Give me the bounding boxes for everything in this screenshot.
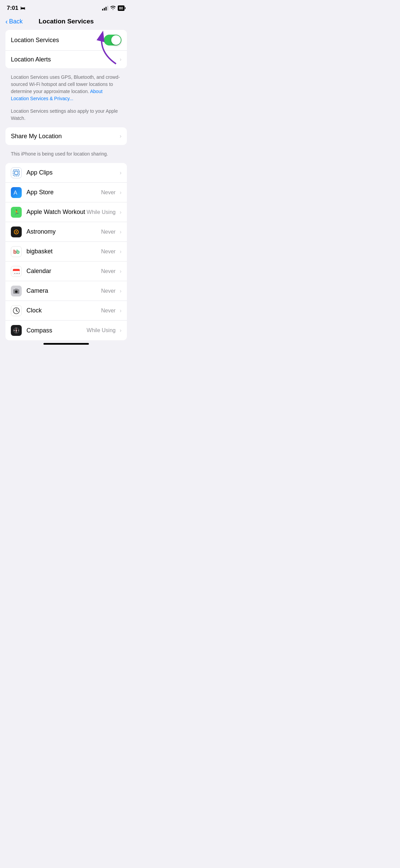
location-alerts-chevron: › bbox=[120, 56, 121, 62]
app-icon-camera bbox=[11, 286, 22, 296]
app-row[interactable]: bbbigbasketNever› bbox=[5, 242, 127, 261]
svg-point-15 bbox=[16, 291, 17, 292]
app-row[interactable]: 🏃Apple Watch WorkoutWhile Using› bbox=[5, 202, 127, 222]
app-permission-value: Never bbox=[101, 229, 116, 235]
share-my-location-row[interactable]: Share My Location › bbox=[5, 127, 127, 145]
svg-text:• • • •: • • • • bbox=[14, 272, 20, 274]
status-icons: 80 bbox=[102, 5, 126, 11]
back-label: Back bbox=[9, 18, 23, 25]
app-icon-clock bbox=[11, 305, 22, 316]
app-name: Astronomy bbox=[26, 228, 101, 235]
svg-text:W: W bbox=[14, 329, 15, 331]
svg-text:A: A bbox=[14, 190, 17, 196]
svg-text:b: b bbox=[16, 249, 20, 255]
app-icon-apple-watch: 🏃 bbox=[11, 207, 22, 218]
location-alerts-label: Location Alerts bbox=[11, 56, 51, 63]
app-row-right: Never› bbox=[101, 308, 121, 314]
app-icon-bigbasket: bb bbox=[11, 246, 22, 257]
app-row-chevron: › bbox=[120, 308, 121, 314]
share-my-location-label: Share My Location bbox=[11, 133, 62, 140]
app-row-chevron: › bbox=[120, 288, 121, 294]
app-row-right: › bbox=[120, 170, 121, 176]
app-name: Compass bbox=[26, 327, 87, 334]
share-location-card: Share My Location › bbox=[5, 127, 127, 145]
app-row-right: While Using› bbox=[87, 327, 121, 333]
page-title: Location Services bbox=[39, 18, 94, 25]
wifi-icon bbox=[110, 5, 116, 11]
location-services-label: Location Services bbox=[11, 37, 59, 44]
app-icon-app-clips bbox=[11, 167, 22, 178]
app-row-right: Never› bbox=[101, 189, 121, 196]
apple-watch-info-text: Location Services settings also apply to… bbox=[0, 108, 132, 127]
app-permission-value: Never bbox=[101, 268, 116, 274]
location-services-card: Location Services Location Alerts › bbox=[5, 30, 127, 68]
location-info-text: Location Services uses GPS, Bluetooth, a… bbox=[0, 71, 132, 108]
app-permission-value: Never bbox=[101, 288, 116, 294]
location-services-row[interactable]: Location Services bbox=[5, 30, 127, 51]
app-name: bigbasket bbox=[26, 248, 101, 255]
app-row[interactable]: AApp StoreNever› bbox=[5, 183, 127, 202]
sleep-icon: 🛏 bbox=[20, 5, 25, 11]
app-row-right: Never› bbox=[101, 229, 121, 235]
app-permission-value: Never bbox=[101, 189, 116, 196]
svg-text:🏃: 🏃 bbox=[14, 210, 20, 215]
app-permission-value: While Using bbox=[87, 209, 115, 215]
app-name: Apple Watch Workout bbox=[26, 209, 87, 216]
share-location-chevron: › bbox=[120, 133, 121, 139]
app-icon-astronomy bbox=[11, 227, 22, 237]
status-bar: 7:01 🛏 80 bbox=[0, 0, 132, 14]
app-permission-value: Never bbox=[101, 308, 116, 314]
svg-rect-1 bbox=[13, 170, 19, 176]
app-row-chevron: › bbox=[120, 189, 121, 196]
app-row-chevron: › bbox=[120, 170, 121, 176]
svg-rect-16 bbox=[15, 289, 18, 290]
signal-icon bbox=[102, 6, 108, 11]
app-name: Clock bbox=[26, 307, 101, 314]
app-list-card: App Clips›AApp StoreNever›🏃Apple Watch W… bbox=[5, 163, 127, 340]
app-permission-value: Never bbox=[101, 249, 116, 255]
app-row-chevron: › bbox=[120, 209, 121, 215]
battery-icon: 80 bbox=[118, 5, 126, 11]
app-name: App Clips bbox=[26, 169, 120, 176]
app-row[interactable]: ClockNever› bbox=[5, 301, 127, 321]
app-row-right: While Using› bbox=[87, 209, 121, 215]
app-row-right: Never› bbox=[101, 268, 121, 274]
app-icon-calendar: • • • • bbox=[11, 266, 22, 277]
app-name: Camera bbox=[26, 287, 101, 294]
share-info-text: This iPhone is being used for location s… bbox=[0, 148, 132, 163]
app-row[interactable]: AstronomyNever› bbox=[5, 222, 127, 242]
app-row-chevron: › bbox=[120, 229, 121, 235]
app-row-chevron: › bbox=[120, 327, 121, 333]
app-row[interactable]: NSWECompassWhile Using› bbox=[5, 321, 127, 340]
app-name: App Store bbox=[26, 189, 101, 196]
home-indicator bbox=[43, 343, 89, 345]
svg-point-6 bbox=[16, 231, 17, 233]
svg-rect-11 bbox=[13, 270, 20, 271]
share-location-right: › bbox=[120, 133, 121, 139]
app-icon-compass: NSWE bbox=[11, 325, 22, 336]
app-row[interactable]: App Clips› bbox=[5, 163, 127, 183]
location-alerts-right: › bbox=[120, 56, 121, 62]
location-alerts-row[interactable]: Location Alerts › bbox=[5, 51, 127, 68]
app-row-right: Never› bbox=[101, 288, 121, 294]
app-permission-value: While Using bbox=[87, 327, 115, 333]
back-chevron-icon: ‹ bbox=[5, 18, 8, 25]
app-row[interactable]: CameraNever› bbox=[5, 281, 127, 301]
app-row[interactable]: • • • •CalendarNever› bbox=[5, 261, 127, 281]
nav-header: ‹ Back Location Services bbox=[0, 14, 132, 30]
status-time: 7:01 🛏 bbox=[7, 5, 25, 12]
location-services-toggle[interactable] bbox=[104, 35, 121, 46]
back-button[interactable]: ‹ Back bbox=[5, 18, 23, 25]
app-row-right: Never› bbox=[101, 249, 121, 255]
app-row-chevron: › bbox=[120, 249, 121, 255]
app-row-chevron: › bbox=[120, 268, 121, 274]
app-name: Calendar bbox=[26, 268, 101, 275]
toggle-knob bbox=[111, 35, 121, 45]
app-icon-app-store: A bbox=[11, 187, 22, 198]
svg-rect-2 bbox=[15, 171, 18, 175]
